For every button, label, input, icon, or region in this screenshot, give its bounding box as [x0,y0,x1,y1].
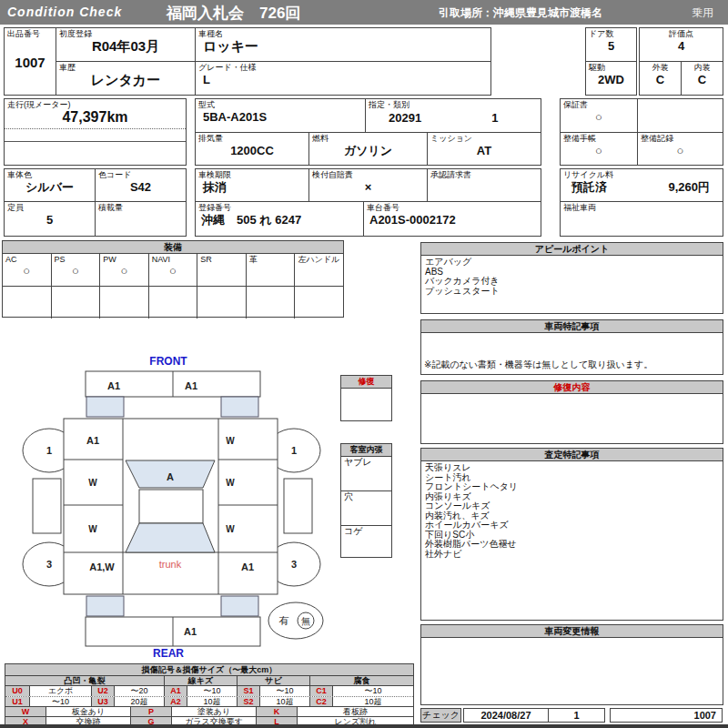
equipment-col-leather: 革 [247,254,296,286]
legend-desc: 看板跡 [298,707,413,716]
right-mirror-panel [284,479,312,533]
auction-title: 福岡入札会 726回 [167,3,300,24]
welfare-label: 福祉車両 [561,202,723,213]
equipment-empty-cell [149,287,198,318]
front-bumper-left-mark: A1 [107,380,120,391]
equipment-col-sr: SR [197,254,247,286]
cabin-row-tear: ヤブレ [341,457,391,491]
check-date-box: 2024/08/27 1 [463,708,605,723]
equipment-empty-cell [197,287,247,318]
warranty-spare-cell [637,98,723,133]
mileage-divider-dotted [5,128,186,129]
score-label: 評価点 [640,28,723,39]
equipment-col-pw: PW○ [100,254,149,286]
equipment-empty-cell [52,287,101,318]
recycle-fee-cell: リサイクル料 預託済 9,260円 [560,168,723,202]
brand-logo: Condition Check [7,5,122,19]
pickup-location: 引取場所：沖縄県豊見城市渡橋名 [439,5,602,21]
maintenance-book-mark: ○ [561,144,637,158]
assessment-notes-section: 査定特記事項 天張りスレ シート汚れ フロントシートヘタリ 内張りキズ コンソー… [420,448,723,621]
right-rear-quarter-mark: A1 [241,561,254,572]
notes-disclaimer: ※記載のない書類・機器等は無しとして取り扱います。 [424,359,652,371]
model-code-cell: 型式 5BA-A201S [195,98,366,133]
score-value: 4 [640,39,723,54]
chassis-number-cell: 車台番号 A201S-0002172 [363,201,541,237]
cabin-trim-title: 客室内張 [341,444,391,457]
color-code-label: 色コード [96,169,186,180]
equipment-col-navi: NAVI○ [149,254,198,286]
spare-has-label: 有 [279,615,289,626]
front-left-light [86,397,124,417]
warranty-cell: 保証書 ○ [560,98,638,133]
legend-row-3: W 板金あり P 塗装あり K 看板跡 [5,707,413,717]
legend-desc: 塗装あり [172,707,257,716]
drive-value: 2WD [586,73,636,87]
lot-label: 出品番号 [5,28,56,39]
roof-panel [139,490,203,523]
score-cell: 評価点 4 [639,27,723,62]
chassis-number-label: 車台番号 [364,202,541,213]
assessment-item: ホイールカバーキズ [421,521,723,531]
mileage-divider-solid [5,141,186,142]
equipment-mark: ○ [149,264,197,278]
check-label: チェック [420,708,461,723]
legend-row-1: U0 エクボ U2 〜20 A1 〜10 S1 〜10 C1 〜10 [5,686,413,697]
left-front-fender-mark: A1 [86,435,99,446]
cabin-row-hole: 穴 [341,491,391,526]
legend-size: 〜20 [115,686,165,696]
legend-size: エクボ [30,686,92,696]
insurance-label: 検付自賠責 [309,169,427,180]
exterior-grade-value: C [640,73,681,87]
equipment-label: 革 [247,254,295,265]
equipment-mark: ○ [100,264,148,278]
assessment-item: 外装樹脂パーツ色褪せ [421,540,723,550]
maintenance-record-label: 整備記録 [638,133,723,144]
registration-number-value: 沖縄 505 れ 6247 [196,213,363,228]
equipment-table: 装備 AC○ PS○ PW○ NAVI○ SR 革 左ハンドル [2,240,344,318]
body-color-value: シルバー [5,180,95,195]
interior-grade-cell: 内装 C [681,61,723,96]
vehicle-category: 乗用 [692,5,713,21]
check-lot-number: 1007 [610,708,723,723]
change-info-section: 車両変更情報 [420,624,723,705]
recycle-status-value: 預託済 [571,180,607,195]
rear-right-light [221,596,258,616]
front-right-light [221,397,258,417]
insurance-mark: × [309,180,427,195]
lot-cell: 出品番号 1007 [4,27,56,96]
appeal-item: エアバッグ [421,258,723,268]
grade-label: グレード・仕様 [196,62,490,73]
legend-code: W [5,707,46,716]
legend-size: 〜10 [187,686,238,696]
class-cell: 指定・類別 20291 1 [365,98,541,133]
transmission-label: ミッション [428,133,541,144]
right-rear-door-mark: W [226,524,235,534]
equipment-col-ac: AC○ [3,254,52,286]
recycle-fee-label: リサイクル料 [561,169,723,180]
assessment-item: 社外ナビ [421,550,723,560]
drive-label: 駆動 [586,62,636,73]
rear-window [126,523,215,552]
doors-value: 5 [586,39,636,54]
welfare-cell: 福祉車両 [560,201,723,237]
check-count: 1 [549,709,604,722]
equipment-col-ps: PS○ [52,254,101,286]
warranty-mark: ○ [561,110,637,125]
exterior-grade-cell: 外装 C [639,61,682,96]
rear-label: REAR [153,647,184,660]
cabin-row-label: ヤブレ [341,457,391,468]
equipment-label: 左ハンドル [295,254,343,265]
repair-content-section: 修復内容 [420,380,723,444]
left-front-door-mark: W [88,478,97,488]
equipment-empty-cell [3,287,52,318]
legend-code: P [131,707,172,716]
spare-tire-indicator [268,602,323,639]
doors-cell: ドア数 5 [585,27,637,62]
assessment-item: フロントシートヘタリ [421,482,723,492]
payload-label: 積載量 [96,202,186,213]
model-code-label: 型式 [196,99,365,110]
legend-size: 〜10 [260,686,310,696]
registration-number-cell: 登録番号 沖縄 505 れ 6247 [195,201,364,237]
lot-value: 1007 [5,56,56,70]
equipment-empty-cell [295,287,343,318]
